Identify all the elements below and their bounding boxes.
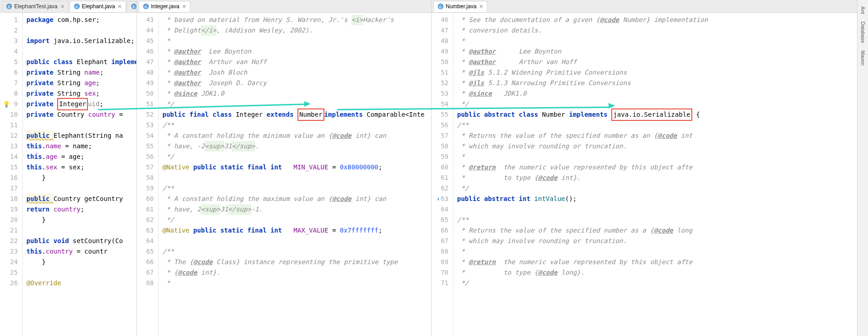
line-number[interactable]: 48: [434, 36, 448, 46]
line-number[interactable]: 20: [3, 215, 18, 225]
code-line[interactable]: }: [27, 173, 136, 183]
line-number[interactable]: 65: [140, 246, 154, 257]
line-number[interactable]: 8: [3, 88, 18, 99]
code-line[interactable]: private Integer uid;: [27, 99, 136, 109]
code-line[interactable]: this.name = name;: [27, 141, 136, 152]
line-number[interactable]: 56: [140, 152, 154, 162]
line-number[interactable]: 64: [434, 204, 448, 215]
code-line[interactable]: * @since JDK1.0: [457, 88, 868, 99]
line-number[interactable]: 17: [3, 183, 18, 194]
line-number[interactable]: 59: [140, 183, 154, 194]
code-line[interactable]: this.age = age;: [27, 152, 136, 162]
code-line[interactable]: * to type {@code long}.: [457, 267, 868, 278]
line-number[interactable]: 57: [434, 130, 448, 141]
code-line[interactable]: * @author Lee Boynton: [457, 46, 868, 57]
code-line[interactable]: /**: [162, 120, 431, 130]
code-line[interactable]: /**: [162, 183, 431, 194]
line-number[interactable]: 45: [140, 36, 154, 46]
tab-p1-1[interactable]: CElephant.java✕: [70, 1, 126, 12]
code-area-3[interactable]: 4647484950515253545556575859606162⬇63646…: [431, 13, 868, 336]
line-number[interactable]: 25: [3, 267, 18, 278]
code-line[interactable]: [162, 173, 431, 183]
line-number[interactable]: 66: [140, 257, 154, 267]
code-line[interactable]: [457, 204, 868, 215]
code-line[interactable]: private Country country =: [27, 109, 136, 120]
tool-window-maven[interactable]: Maven: [859, 48, 867, 68]
code-line[interactable]: public abstract int intValue();: [457, 194, 868, 204]
code-line[interactable]: * @return the numeric value represented …: [457, 162, 868, 173]
code-line[interactable]: * @author Arthur van Hoff: [457, 57, 868, 67]
line-number[interactable]: 15: [3, 162, 18, 173]
line-number[interactable]: 52: [434, 78, 448, 88]
code-line[interactable]: @Native public static final int MIN_VALU…: [162, 162, 431, 173]
line-number[interactable]: 58: [434, 141, 448, 152]
line-number[interactable]: 10: [3, 109, 18, 120]
code-line[interactable]: this.country = countr: [27, 246, 136, 257]
line-number[interactable]: 6: [3, 67, 18, 78]
code-line[interactable]: }: [27, 257, 136, 267]
line-number[interactable]: 53: [434, 88, 448, 99]
line-number[interactable]: 47: [140, 57, 154, 67]
line-number[interactable]: 18: [3, 194, 18, 204]
line-number[interactable]: 1: [3, 15, 18, 25]
close-icon[interactable]: ✕: [182, 4, 186, 10]
line-number[interactable]: 21: [3, 225, 18, 236]
tab-p1-0[interactable]: CElephantTest.java✕: [2, 1, 69, 12]
line-number[interactable]: 63: [140, 225, 154, 236]
code-line[interactable]: [162, 236, 431, 246]
code-line[interactable]: * Returns the value of the specified num…: [457, 225, 868, 236]
line-number[interactable]: 60: [140, 194, 154, 204]
code-line[interactable]: * A constant holding the minimum value a…: [162, 130, 431, 141]
line-number[interactable]: 50: [140, 88, 154, 99]
code-line[interactable]: @Native public static final int MAX_VALU…: [162, 225, 431, 236]
override-icon[interactable]: ⬇: [437, 196, 440, 202]
tab-p1-2[interactable]: CInte☰: [127, 1, 137, 12]
line-number[interactable]: 43: [140, 15, 154, 25]
gutter-3[interactable]: 4647484950515253545556575859606162⬇63646…: [431, 13, 453, 336]
code-line[interactable]: * @author Lee Boynton: [162, 46, 431, 57]
line-number[interactable]: 48: [140, 67, 154, 78]
code-line[interactable]: * The {@code Class} instance representin…: [162, 257, 431, 267]
code-line[interactable]: /**: [457, 215, 868, 225]
error-stripe-2[interactable]: [426, 13, 431, 336]
code-line[interactable]: * to type {@code int}.: [457, 173, 868, 183]
line-number[interactable]: 22: [3, 236, 18, 246]
close-icon[interactable]: ✕: [60, 4, 65, 10]
line-number[interactable]: 49: [434, 46, 448, 57]
intention-bulb-icon[interactable]: 💡: [3, 101, 10, 108]
code-line[interactable]: private String age;: [27, 78, 136, 88]
line-number[interactable]: 59: [434, 152, 448, 162]
line-number[interactable]: 13: [3, 141, 18, 152]
code-line[interactable]: private String sex;: [27, 88, 136, 99]
line-number[interactable]: 55: [434, 109, 448, 120]
line-number[interactable]: 4: [3, 46, 18, 57]
code-line[interactable]: * @author Arthur van Hoff: [162, 57, 431, 67]
code-line[interactable]: */: [457, 278, 868, 288]
tool-window-ant[interactable]: Ant: [859, 4, 867, 17]
code-line[interactable]: * @author Joseph D. Darcy: [162, 78, 431, 88]
code-line[interactable]: }: [27, 215, 136, 225]
tab-p2-0[interactable]: CInteger.java✕: [139, 1, 190, 12]
line-number[interactable]: 2: [3, 25, 18, 36]
line-number[interactable]: 51: [434, 67, 448, 78]
code-line[interactable]: [27, 267, 136, 278]
line-number[interactable]: 57: [140, 162, 154, 173]
line-number[interactable]: 50: [434, 57, 448, 67]
line-number[interactable]: 66: [434, 225, 448, 236]
gutter-1[interactable]: 12345678💡 910111213141516171819202122232…: [0, 13, 23, 336]
code-line[interactable]: [27, 225, 136, 236]
code-line[interactable]: * which may involve rounding or truncati…: [457, 141, 868, 152]
code-line[interactable]: [27, 120, 136, 130]
line-number[interactable]: 68: [434, 246, 448, 257]
line-number[interactable]: 70: [434, 267, 448, 278]
line-number[interactable]: 71: [434, 278, 448, 288]
code-line[interactable]: [27, 46, 136, 57]
line-number[interactable]: 68: [140, 278, 154, 288]
code-line[interactable]: */: [457, 183, 868, 194]
line-number[interactable]: 65: [434, 215, 448, 225]
code-line[interactable]: package com.hp.ser;: [27, 15, 136, 25]
code-line[interactable]: *: [457, 152, 868, 162]
code-line[interactable]: * conversion details.: [457, 25, 868, 36]
line-number[interactable]: 49: [140, 78, 154, 88]
code-line[interactable]: this.sex = sex;: [27, 162, 136, 173]
